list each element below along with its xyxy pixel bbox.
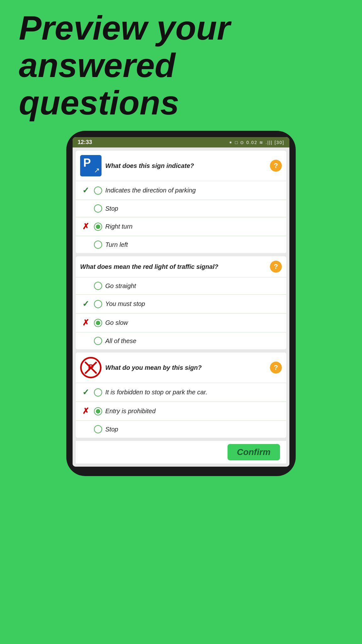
phone-device: 12:33 ✴ □ ⊙ 0.02 ≋ .||| [30] P ↗ What do…: [66, 131, 296, 476]
answer-text-2-2: You must stop: [105, 300, 145, 308]
header-line2: answered questions: [19, 47, 343, 122]
question-text-2: What does mean the red light of traffic …: [80, 263, 266, 271]
correct-indicator-3-1: ✓: [81, 387, 91, 397]
answer-text-2-3: Go slow: [105, 319, 128, 326]
answer-row-2-2[interactable]: ✓ You must stop: [76, 295, 286, 314]
parking-sign-icon: P ↗: [80, 155, 101, 176]
help-button-1[interactable]: ?: [270, 160, 282, 172]
status-time: 12:33: [78, 139, 92, 146]
phone-screen: 12:33 ✴ □ ⊙ 0.02 ≋ .||| [30] P ↗ What do…: [73, 137, 289, 467]
radio-inner-3-2: [96, 409, 100, 414]
check-icon-2: ✓: [82, 299, 89, 309]
cross-icon-3: ✗: [82, 406, 89, 416]
answer-row-3-3[interactable]: Stop: [76, 421, 286, 438]
answer-row-2-3[interactable]: ✗ Go slow: [76, 314, 286, 332]
p-letter: P: [83, 156, 91, 169]
status-icons: ✴ □ ⊙ 0.02 ≋ .||| [30]: [229, 140, 284, 145]
phone-wrapper: 12:33 ✴ □ ⊙ 0.02 ≋ .||| [30] P ↗ What do…: [0, 131, 362, 476]
quiz-container: P ↗ What does this sign indicate? ? ✓: [73, 147, 289, 467]
arrow-icon: ↗: [94, 166, 100, 175]
correct-indicator-2-2: ✓: [81, 299, 91, 309]
cross-icon-2: ✗: [82, 318, 89, 328]
answer-row-1-2[interactable]: Stop: [76, 200, 286, 217]
question-header-3: P What do you mean by this sign? ?: [76, 353, 286, 383]
answer-row-1-4[interactable]: Turn left: [76, 236, 286, 253]
answer-row-1-3[interactable]: ✗ Right turn: [76, 217, 286, 236]
radio-2-1[interactable]: [94, 282, 102, 290]
answer-row-3-2[interactable]: ✗ Entry is prohibited: [76, 402, 286, 421]
answer-text-1-1: Indicates the direction of parking: [105, 187, 196, 194]
answer-text-1-4: Turn left: [105, 241, 128, 248]
quiz-card-2: What does mean the red light of traffic …: [76, 256, 286, 349]
radio-1-2[interactable]: [94, 204, 102, 213]
answer-row-1-1[interactable]: ✓ Indicates the direction of parking: [76, 181, 286, 200]
radio-1-4[interactable]: [94, 241, 102, 249]
status-bar: 12:33 ✴ □ ⊙ 0.02 ≋ .||| [30]: [73, 137, 289, 147]
answer-text-2-4: All of these: [105, 337, 136, 345]
wrong-indicator-2-3: ✗: [81, 318, 91, 328]
answer-text-3-3: Stop: [105, 426, 118, 433]
answer-text-1-2: Stop: [105, 205, 118, 212]
help-button-2[interactable]: ?: [270, 261, 282, 273]
radio-inner-2-3: [96, 321, 100, 325]
check-icon-3: ✓: [82, 387, 89, 397]
header-section: Preview your answered questions: [0, 0, 362, 128]
answer-row-2-1[interactable]: Go straight: [76, 277, 286, 295]
radio-3-3[interactable]: [94, 425, 102, 433]
no-parking-icon: P: [80, 357, 101, 378]
check-icon-1: ✓: [82, 186, 89, 195]
radio-2-2[interactable]: [94, 300, 102, 308]
answer-row-2-4[interactable]: All of these: [76, 332, 286, 349]
wrong-indicator-1-3: ✗: [81, 222, 91, 231]
answer-text-1-3: Right turn: [105, 223, 133, 230]
radio-1-1[interactable]: [94, 186, 102, 195]
answer-row-3-1[interactable]: ✓ It is forbidden to stop or park the ca…: [76, 383, 286, 402]
cross-icon-1: ✗: [82, 222, 89, 231]
question-header-1: P ↗ What does this sign indicate? ?: [76, 151, 286, 181]
radio-3-2[interactable]: [94, 407, 102, 415]
quiz-card-1: P ↗ What does this sign indicate? ? ✓: [76, 151, 286, 253]
correct-indicator-1: ✓: [81, 186, 91, 195]
help-button-3[interactable]: ?: [270, 362, 282, 374]
question-header-2: What does mean the red light of traffic …: [76, 256, 286, 277]
radio-1-3[interactable]: [94, 223, 102, 231]
radio-inner-1-3: [96, 225, 100, 229]
radio-2-4[interactable]: [94, 337, 102, 345]
answer-text-3-1: It is forbidden to stop or park the car.: [105, 389, 207, 396]
radio-3-1[interactable]: [94, 388, 102, 397]
radio-2-3[interactable]: [94, 319, 102, 327]
confirm-button[interactable]: Confirm: [228, 444, 280, 460]
quiz-card-3: P What do you mean by this sign? ? ✓: [76, 353, 286, 438]
wrong-indicator-3-2: ✗: [81, 406, 91, 416]
confirm-bar: Confirm: [76, 441, 286, 464]
no-parking-p-letter: P: [88, 363, 94, 373]
answer-text-3-2: Entry is prohibited: [105, 408, 156, 415]
question-text-1: What does this sign indicate?: [105, 162, 266, 170]
question-text-3: What do you mean by this sign?: [105, 364, 266, 372]
header-line1: Preview your: [19, 9, 343, 47]
answer-text-2-1: Go straight: [105, 282, 136, 290]
